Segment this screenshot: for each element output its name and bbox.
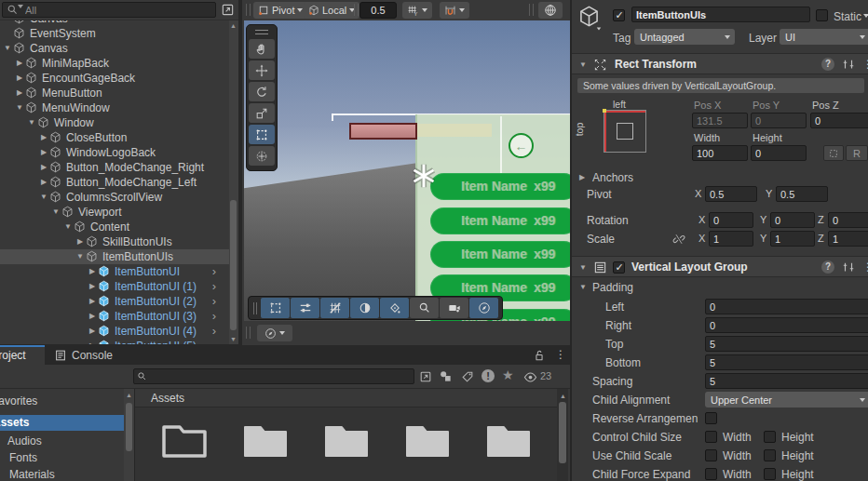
scene-search-icon[interactable] xyxy=(410,298,439,318)
tree-item[interactable]: ▶MenuButton xyxy=(0,86,229,100)
tree-item-prefab[interactable]: ▶ItemButtonUI (1)› xyxy=(0,279,229,294)
folder-empty-icon[interactable] xyxy=(160,421,209,460)
presets-icon[interactable] xyxy=(842,261,855,274)
expander-closed-icon[interactable]: ▶ xyxy=(14,71,25,86)
help-icon[interactable]: ? xyxy=(821,58,834,71)
prefab-open-icon[interactable]: › xyxy=(212,294,216,308)
grid-visibility-icon[interactable] xyxy=(320,298,349,318)
expander-closed-icon[interactable]: ▶ xyxy=(87,264,98,279)
toolbar-grip[interactable] xyxy=(246,4,251,16)
width-input[interactable] xyxy=(692,145,748,161)
back-button-circle[interactable]: ← xyxy=(509,133,534,158)
item-button[interactable]: Item Namex99 xyxy=(430,173,570,200)
rect-tool-toggle[interactable] xyxy=(261,298,290,318)
rect-tool-icon[interactable] xyxy=(249,125,275,144)
orientation-overlay-button[interactable] xyxy=(257,325,292,341)
tree-item[interactable]: ▶Button_ModeChange_Right xyxy=(0,160,229,175)
camera-settings-button[interactable] xyxy=(538,2,563,19)
favorites-item-fonts[interactable]: Fonts xyxy=(9,451,37,464)
scrollbar-thumb[interactable] xyxy=(230,200,237,330)
help-icon[interactable]: ? xyxy=(821,261,834,274)
folder-icon[interactable] xyxy=(241,421,290,460)
search-filter-dropdown-icon[interactable] xyxy=(18,8,23,21)
folders-scrollbar[interactable]: ▲ xyxy=(124,389,134,481)
tree-item[interactable]: ▼Window xyxy=(0,115,229,130)
rect-transform-header[interactable]: ▼ Rect Transform ? ⋮ xyxy=(572,53,868,74)
prefab-open-icon[interactable]: › xyxy=(212,339,216,344)
tag-dropdown[interactable]: Untagged xyxy=(634,29,735,45)
static-dropdown-icon[interactable] xyxy=(863,14,868,18)
component-enabled-checkbox[interactable] xyxy=(613,261,625,274)
active-checkbox[interactable] xyxy=(613,9,625,21)
expander-open-icon[interactable]: ▼ xyxy=(2,41,13,56)
scale-x-input[interactable] xyxy=(709,231,753,247)
padding-top-input[interactable] xyxy=(705,336,868,352)
expander-closed-icon[interactable]: ▶ xyxy=(87,309,98,324)
tree-item[interactable]: ▼Canvas xyxy=(0,41,229,56)
hierarchy-scrollbar[interactable]: ▲ ▼ xyxy=(229,20,238,344)
scroll-up-icon[interactable]: ▲ xyxy=(126,392,132,398)
expander-closed-icon[interactable]: ▶ xyxy=(87,294,98,309)
tree-item-prefab[interactable]: ▶ItemButtonUI› xyxy=(0,264,229,279)
tree-item-selected[interactable]: ▼ItemButtonUIs xyxy=(0,249,229,264)
scroll-up-icon[interactable]: ▲ xyxy=(230,22,237,29)
assets-scrollbar[interactable]: ▲ xyxy=(557,389,568,481)
rotation-z-input[interactable] xyxy=(828,212,868,228)
expander-closed-icon[interactable]: ▶ xyxy=(38,175,49,190)
scale-y-input[interactable] xyxy=(770,231,815,247)
component-menu-icon[interactable]: ⋮ xyxy=(862,261,868,274)
compass-icon[interactable] xyxy=(469,298,498,318)
tree-item-prefab[interactable]: ▶ItemButtonUI (3)› xyxy=(0,309,229,324)
rotation-y-input[interactable] xyxy=(770,212,815,228)
expander-closed-icon[interactable]: ▶ xyxy=(38,160,49,175)
scrollbar-thumb[interactable] xyxy=(559,402,566,463)
tree-item-prefab[interactable]: ▶ItemButtonUI (2)› xyxy=(0,294,229,309)
eye-visibility-icon[interactable] xyxy=(523,370,537,384)
spacing-input[interactable] xyxy=(705,373,868,389)
control-height-checkbox[interactable] xyxy=(764,431,776,443)
tree-item[interactable]: ▼Content xyxy=(0,220,229,234)
reverse-arrangement-checkbox[interactable] xyxy=(705,412,717,424)
favorites-item-assets[interactable]: Assets xyxy=(0,415,124,431)
prefab-open-icon[interactable]: › xyxy=(212,279,216,293)
prefab-open-icon[interactable]: › xyxy=(212,324,216,338)
layer-dropdown[interactable]: UI xyxy=(780,29,868,45)
grid-axis-button[interactable]: Y xyxy=(402,2,432,19)
palette-grip[interactable] xyxy=(255,30,268,34)
prefab-open-icon[interactable]: › xyxy=(212,264,216,278)
scroll-up-icon[interactable]: ▲ xyxy=(560,393,566,399)
foldout-open-icon[interactable]: ▼ xyxy=(579,60,587,69)
rotation-x-input[interactable] xyxy=(709,212,753,228)
pos-z-input[interactable] xyxy=(810,113,868,128)
transform-gizmo-icon[interactable] xyxy=(411,163,437,189)
expander-closed-icon[interactable]: ▶ xyxy=(14,56,25,71)
expander-closed-icon[interactable]: ▶ xyxy=(87,279,98,294)
expander-closed-icon[interactable]: ▶ xyxy=(87,339,98,344)
force-expand-width-checkbox[interactable] xyxy=(705,468,717,480)
panel-menu-icon[interactable]: ⋮ xyxy=(555,348,566,361)
expander-closed-icon[interactable]: ▶ xyxy=(75,234,86,249)
tree-item-prefab[interactable]: ▶ItemButtonUI (4)› xyxy=(0,324,229,339)
prefab-open-icon[interactable]: › xyxy=(212,309,216,323)
scroll-down-icon[interactable]: ▼ xyxy=(230,336,237,342)
height-input[interactable] xyxy=(751,145,807,161)
expander-closed-icon[interactable]: ▶ xyxy=(14,86,25,100)
favorites-item-materials[interactable]: Materials xyxy=(9,468,55,481)
child-alignment-dropdown[interactable]: Upper Center xyxy=(705,392,868,408)
presets-icon[interactable] xyxy=(842,58,855,71)
view-options-icon[interactable] xyxy=(291,298,319,318)
force-expand-height-checkbox[interactable] xyxy=(764,468,776,480)
expander-open-icon[interactable]: ▼ xyxy=(50,205,61,220)
blueprint-mode-button[interactable] xyxy=(823,145,844,161)
vertical-layout-group-header[interactable]: ▼ Vertical Layout Group ? ⋮ xyxy=(572,256,868,277)
open-in-new-icon[interactable] xyxy=(419,370,432,383)
use-scale-height-checkbox[interactable] xyxy=(764,449,776,461)
tree-item[interactable]: ▶WindowLogoBack xyxy=(0,145,229,160)
use-scale-width-checkbox[interactable] xyxy=(705,449,717,461)
tab-project[interactable]: Project xyxy=(0,345,45,365)
scene-viewport[interactable]: ← Item Namex99 Item Namex99 Item Namex99… xyxy=(244,20,570,321)
raw-edit-button[interactable]: R xyxy=(846,145,868,161)
expander-open-icon[interactable]: ▼ xyxy=(62,220,74,234)
camera-icon[interactable] xyxy=(440,298,468,318)
toolbar-grip[interactable] xyxy=(246,327,251,339)
